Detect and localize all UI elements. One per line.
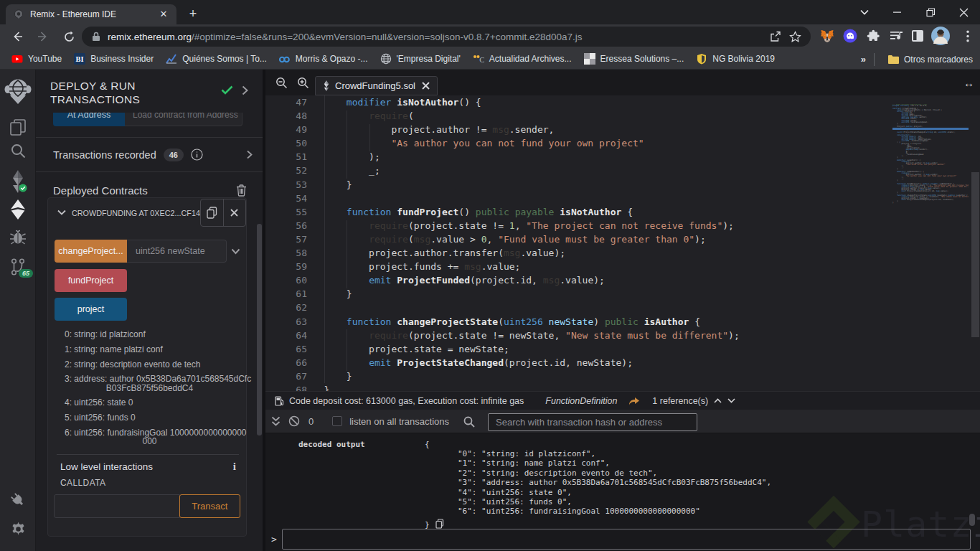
copy-output-icon[interactable]: [435, 519, 444, 529]
playlist-icon[interactable]: [887, 27, 905, 44]
function-input[interactable]: uint256 newState: [127, 240, 227, 263]
terminal-search-input[interactable]: Search with transaction hash or address: [488, 413, 697, 431]
search-icon[interactable]: [0, 143, 36, 159]
function-row: changeProject...uint256 newState: [55, 240, 240, 263]
bookmark-label: Quiénes Somos | To...: [182, 54, 267, 64]
browser-menu-kebab-icon[interactable]: [959, 27, 976, 44]
at-address-input[interactable]: Load contract from Address: [125, 113, 242, 126]
code-line: 49 project.author != msg.sender,: [265, 123, 740, 136]
wallet-extension-icon[interactable]: [842, 27, 859, 44]
tab-search-icon[interactable]: [848, 0, 881, 24]
other-bookmarks-folder[interactable]: Otros marcadores: [883, 52, 974, 67]
terminal-body[interactable]: Platzi decoded output { "0": "string: id…: [265, 433, 980, 551]
bookmark-item[interactable]: CActualidad Archives...: [468, 51, 576, 67]
window-close-button[interactable]: [947, 0, 980, 24]
bookmark-item[interactable]: YouTube: [7, 51, 66, 67]
editor-file-tab[interactable]: CrowdFunding5.sol: [315, 76, 438, 95]
transactions-recorded-section[interactable]: Transactions recorded 46: [36, 137, 263, 172]
code-line: 62: [265, 301, 740, 314]
panel-scrollbar[interactable]: [257, 224, 262, 435]
code-line: 54: [265, 192, 740, 205]
bookmark-item[interactable]: Morris & Opazo -...: [275, 51, 372, 67]
low-level-header: Low level interactions i: [60, 461, 236, 472]
contract-card-header[interactable]: CROWDFUNDING AT 0XEC2...CF14: [48, 198, 246, 227]
contract-collapse-chevron[interactable]: [57, 209, 66, 215]
share-icon[interactable]: [766, 28, 783, 45]
file-explorer-icon[interactable]: [0, 118, 36, 137]
function-button-changeProject[interactable]: changeProject...: [55, 240, 127, 263]
tab-close-icon[interactable]: ✕: [158, 9, 169, 20]
solidity-compiler-icon[interactable]: [0, 169, 36, 194]
at-address-button[interactable]: At Address: [53, 113, 125, 126]
window-minimize-button[interactable]: [881, 0, 914, 24]
contract-functions: changeProject...uint256 newStatefundProj…: [48, 240, 246, 321]
bookmarks-overflow-chevron[interactable]: »: [861, 54, 865, 65]
bookmark-item[interactable]: 'Empresa Digital': [376, 51, 465, 67]
svg-text:BI: BI: [76, 55, 84, 63]
source-control-icon[interactable]: 65: [0, 258, 36, 276]
listen-checkbox[interactable]: [332, 416, 342, 426]
code-line: 65 project.state = newState;: [265, 342, 740, 356]
expand-function-chevron[interactable]: [231, 248, 240, 255]
code-area[interactable]: 47 modifier isNotAuthor() {48 require(49…: [265, 95, 980, 391]
extensions-puzzle-icon[interactable]: [864, 27, 882, 44]
bookmark-favicon: [279, 53, 291, 65]
terminal-toolbar: 0 listen on all transactions Search with…: [265, 410, 980, 433]
calldata-input[interactable]: [54, 494, 180, 518]
debugger-icon[interactable]: [0, 228, 36, 245]
go-to-references-icon[interactable]: [628, 397, 640, 405]
references-count[interactable]: 1 reference(s): [652, 396, 708, 406]
function-button-fundProject[interactable]: fundProject: [55, 269, 127, 292]
profile-avatar[interactable]: [930, 26, 951, 46]
code-line: 61 }: [265, 287, 740, 301]
bookmark-item[interactable]: Quiénes Somos | To...: [161, 51, 271, 67]
side-panel-icon[interactable]: [909, 27, 926, 44]
terminal-input[interactable]: [282, 529, 971, 550]
minimap[interactable]: // SPDX-License-Identifier: MIT pragma s…: [892, 104, 969, 208]
transact-button[interactable]: Transact: [179, 494, 240, 518]
transactions-expand-chevron[interactable]: [247, 150, 253, 159]
low-level-info-icon[interactable]: i: [233, 461, 236, 471]
bookmark-item[interactable]: NG Bolivia 2019: [692, 51, 779, 67]
settings-gear-icon[interactable]: [0, 521, 36, 537]
clear-terminal-icon[interactable]: [288, 415, 300, 427]
panel-collapse-chevron[interactable]: [242, 85, 248, 95]
address-bar[interactable]: remix.ethereum.org/#optimize=false&runs=…: [82, 27, 811, 47]
bookmark-star-icon[interactable]: [786, 28, 804, 45]
browser-tab[interactable]: Remix - Ethereum IDE ✕: [6, 4, 176, 24]
chevron-down-icon[interactable]: [727, 398, 735, 403]
code-lines: 47 modifier isNotAuthor() {48 require(49…: [265, 95, 740, 391]
bookmark-favicon: [166, 53, 177, 65]
trash-icon[interactable]: [236, 184, 247, 197]
panel-scroll-area[interactable]: At Address Load contract from Address Tr…: [36, 113, 263, 551]
expand-horizontal-icon[interactable]: ↔: [963, 77, 974, 89]
zoom-in-icon[interactable]: [292, 77, 314, 89]
remove-contract-icon[interactable]: [223, 199, 245, 226]
output-item: 6: uint256: fundraisingGoal 100000000000…: [65, 428, 235, 446]
tab-close-icon[interactable]: [422, 82, 430, 90]
deploy-run-icon[interactable]: [0, 199, 36, 220]
low-level-title: Low level interactions: [60, 461, 153, 472]
output-item: 0: string: id platziconf: [65, 330, 235, 339]
metamask-extension-icon[interactable]: [819, 27, 836, 44]
back-button[interactable]: [7, 27, 27, 47]
output-item: 3: address: author 0x5B38Da6a701c568545d…: [65, 375, 235, 392]
copy-address-icon[interactable]: [201, 199, 223, 226]
plugin-manager-icon[interactable]: [0, 491, 36, 509]
editor-scrollbar[interactable]: [971, 172, 979, 337]
gas-icon: [275, 396, 284, 406]
reload-button[interactable]: [59, 27, 79, 47]
function-button-project[interactable]: project: [55, 298, 127, 321]
info-icon[interactable]: [191, 149, 203, 161]
output-item: 1: string: name platzi conf: [65, 345, 235, 354]
remix-logo-icon[interactable]: [0, 77, 36, 106]
zoom-out-icon[interactable]: [270, 77, 292, 89]
new-tab-button[interactable]: +: [185, 6, 201, 22]
bookmark-item[interactable]: BIBusiness Insider: [70, 51, 158, 67]
bookmark-item[interactable]: Eressea Solutions –...: [580, 51, 689, 67]
chevron-up-icon[interactable]: [714, 398, 722, 403]
expand-terminal-icon[interactable]: [271, 416, 281, 427]
window-restore-button[interactable]: [914, 0, 947, 24]
terminal-scrollbar[interactable]: [969, 514, 975, 526]
forward-button[interactable]: [33, 27, 53, 47]
